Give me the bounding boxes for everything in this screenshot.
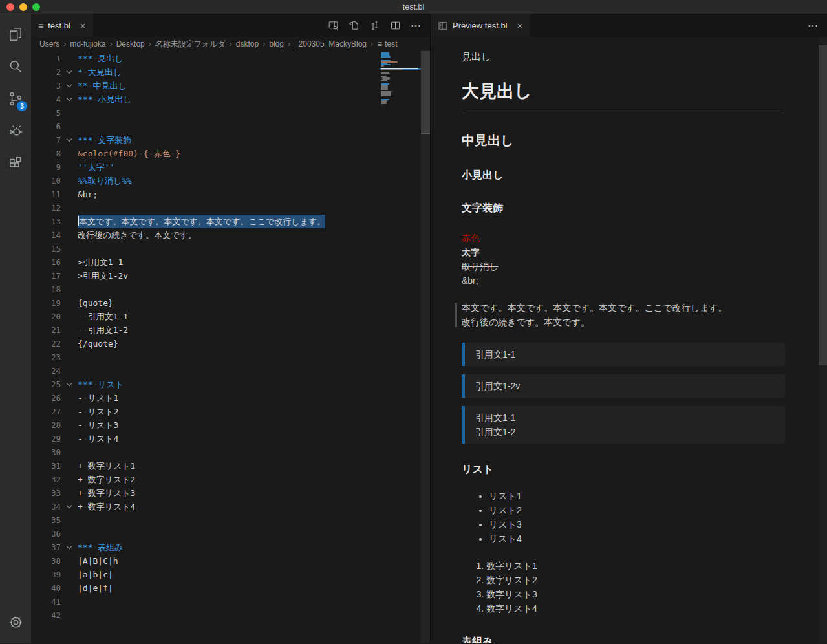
open-changes-button[interactable]: [349, 20, 360, 31]
code-line[interactable]: 32+·数字リスト2: [31, 473, 430, 486]
line-number[interactable]: 2: [31, 65, 61, 79]
breadcrumb-item[interactable]: 名称未設定フォルダ: [155, 39, 226, 50]
code-line[interactable]: 26-·リスト1: [31, 391, 430, 405]
line-number[interactable]: 7: [31, 133, 61, 147]
run-debug-button[interactable]: [0, 115, 31, 147]
line-number[interactable]: 39: [31, 568, 61, 581]
code-line[interactable]: 23: [31, 350, 430, 364]
line-number[interactable]: 31: [31, 459, 61, 473]
code-line[interactable]: 39|a|b|c|: [31, 568, 430, 581]
breadcrumb-item[interactable]: Users: [39, 39, 59, 48]
code-line[interactable]: 15: [31, 242, 430, 255]
code-line[interactable]: 25***·リスト: [31, 378, 430, 391]
line-number[interactable]: 29: [31, 432, 61, 445]
line-number[interactable]: 23: [31, 350, 61, 364]
search-button[interactable]: [0, 50, 31, 83]
line-number[interactable]: 40: [31, 581, 61, 595]
tab-preview-test-bl[interactable]: Preview test.bl ×: [431, 14, 530, 37]
switch-editors-button[interactable]: [369, 20, 380, 31]
line-number[interactable]: 41: [31, 595, 61, 608]
more-actions-button[interactable]: ⋯: [411, 19, 422, 32]
code-editor[interactable]: 1***·見出し2*·大見出し3**·中見出し4***·小見出し567***·文…: [31, 51, 430, 643]
code-line[interactable]: 42: [31, 608, 430, 622]
code-line[interactable]: 19{quote}: [31, 296, 430, 310]
line-number[interactable]: 1: [31, 52, 61, 65]
line-number[interactable]: 33: [31, 486, 61, 500]
code-line[interactable]: 33+·数字リスト3: [31, 486, 430, 500]
line-number[interactable]: 17: [31, 269, 61, 283]
tab-test-bl[interactable]: ≡ test.bl ×: [31, 14, 93, 37]
fold-gutter[interactable]: [61, 65, 78, 79]
code-line[interactable]: 36: [31, 527, 430, 541]
line-number[interactable]: 11: [31, 188, 61, 201]
code-line[interactable]: 1***·見出し: [31, 52, 430, 65]
code-line[interactable]: 13本文です。本文です。本文です。本文です。ここで改行します。: [31, 215, 430, 228]
line-number[interactable]: 16: [31, 255, 61, 269]
line-number[interactable]: 32: [31, 473, 61, 486]
line-number[interactable]: 37: [31, 541, 61, 554]
line-number[interactable]: 30: [31, 445, 61, 459]
line-number[interactable]: 20: [31, 310, 61, 323]
code-line[interactable]: 40|d|e|f|: [31, 581, 430, 595]
code-line[interactable]: 22{/quote}: [31, 337, 430, 350]
line-number[interactable]: 21: [31, 323, 61, 337]
code-line[interactable]: 21··引用文1-2: [31, 323, 430, 337]
code-line[interactable]: 34+·数字リスト4: [31, 500, 430, 513]
close-window-button[interactable]: [6, 3, 14, 11]
minimap[interactable]: [380, 52, 421, 643]
line-number[interactable]: 6: [31, 120, 61, 133]
open-preview-side-button[interactable]: [328, 20, 339, 31]
line-number[interactable]: 26: [31, 391, 61, 405]
code-line[interactable]: 30: [31, 445, 430, 459]
more-actions-button[interactable]: ⋯: [808, 19, 819, 32]
zoom-window-button[interactable]: [32, 3, 40, 11]
breadcrumb-item[interactable]: _200305_MackyBlog: [294, 39, 367, 48]
line-number[interactable]: 42: [31, 608, 61, 622]
line-number[interactable]: 9: [31, 160, 61, 174]
breadcrumb-item[interactable]: md-fujioka: [70, 39, 105, 48]
line-number[interactable]: 8: [31, 147, 61, 160]
code-line[interactable]: 12: [31, 201, 430, 215]
line-number[interactable]: 4: [31, 92, 61, 106]
line-number[interactable]: 24: [31, 364, 61, 378]
line-number[interactable]: 34: [31, 500, 61, 513]
code-line[interactable]: 27-·リスト2: [31, 405, 430, 418]
preview-scrollbar[interactable]: [819, 37, 827, 643]
code-line[interactable]: 29-·リスト4: [31, 432, 430, 445]
breadcrumb-item[interactable]: dsktop: [236, 39, 259, 48]
editor-scrollbar[interactable]: [421, 51, 430, 643]
line-number[interactable]: 27: [31, 405, 61, 418]
fold-gutter[interactable]: [61, 378, 78, 391]
fold-gutter[interactable]: [61, 500, 78, 513]
line-number[interactable]: 15: [31, 242, 61, 255]
line-number[interactable]: 13: [31, 215, 61, 228]
code-line[interactable]: 8&color(#f00)·{·赤色·}: [31, 147, 430, 160]
code-line[interactable]: 7***·文字装飾: [31, 133, 430, 147]
code-line[interactable]: 24: [31, 364, 430, 378]
line-number[interactable]: 12: [31, 201, 61, 215]
editor-scrollbar-thumb[interactable]: [421, 51, 430, 134]
code-line[interactable]: 37***·表組み: [31, 541, 430, 554]
code-line[interactable]: 17>引用文1-2v: [31, 269, 430, 283]
code-line[interactable]: 31+·数字リスト1: [31, 459, 430, 473]
code-line[interactable]: 10%%取り消し%%: [31, 174, 430, 188]
code-line[interactable]: 35: [31, 513, 430, 527]
code-line[interactable]: 20··引用文1-1: [31, 310, 430, 323]
line-number[interactable]: 22: [31, 337, 61, 350]
fold-gutter[interactable]: [61, 133, 78, 147]
line-number[interactable]: 3: [31, 79, 61, 92]
code-line[interactable]: 6: [31, 120, 430, 133]
line-number[interactable]: 18: [31, 283, 61, 296]
fold-gutter[interactable]: [61, 92, 78, 106]
close-tab-icon[interactable]: ×: [80, 21, 86, 30]
line-number[interactable]: 38: [31, 554, 61, 568]
line-number[interactable]: 19: [31, 296, 61, 310]
source-control-button[interactable]: 3: [0, 83, 31, 115]
code-line[interactable]: 3**·中見出し: [31, 79, 430, 92]
line-number[interactable]: 36: [31, 527, 61, 541]
code-line[interactable]: 41: [31, 595, 430, 608]
code-line[interactable]: 11&br;: [31, 188, 430, 201]
code-line[interactable]: 5: [31, 106, 430, 120]
preview-content[interactable]: 見出し大見出し中見出し小見出し文字装飾赤色太字取り消し&br;本文です。本文です…: [431, 37, 827, 643]
breadcrumb-item[interactable]: Desktop: [116, 39, 145, 48]
